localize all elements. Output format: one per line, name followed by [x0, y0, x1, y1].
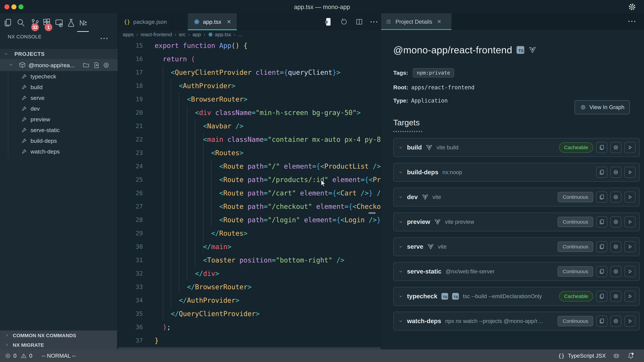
code-line-22[interactable]: 22 <main className="container mx-auto px…	[118, 133, 381, 146]
target-card-serve-static[interactable]: serve-static@nx/web:file-serverContinuou…	[393, 262, 640, 281]
play-button[interactable]	[624, 216, 636, 227]
refresh-icon[interactable]	[340, 18, 348, 26]
sidebar-item-build[interactable]: build	[0, 82, 118, 92]
code-line-31[interactable]: 31 <Toaster position="bottom-right" />	[118, 253, 381, 267]
close-icon[interactable]: ✕	[227, 18, 231, 25]
bell-icon[interactable]	[627, 352, 634, 360]
breadcrumb-item[interactable]: app.tsx	[208, 32, 231, 37]
code-editor[interactable]: 15export function App() {16 return (17 <…	[118, 39, 381, 350]
target-card-watch-deps[interactable]: watch-depsnpx nx watch --projects @mono-…	[393, 312, 640, 331]
target-card-build-deps[interactable]: build-depsnx:noop	[393, 163, 640, 182]
play-button[interactable]	[624, 142, 636, 153]
tab-package.json[interactable]: {}package.json	[118, 13, 173, 30]
code-line-27[interactable]: 27 <Route path="/checkout" element={<Che…	[118, 200, 381, 213]
copy-button[interactable]	[596, 266, 607, 277]
code-line-37[interactable]: 37}	[118, 334, 381, 347]
vim-mode-indicator[interactable]: -- NORMAL --	[42, 353, 76, 359]
close-icon[interactable]: ✕	[437, 18, 442, 25]
play-button[interactable]	[624, 241, 636, 252]
search-icon[interactable]	[16, 18, 26, 27]
tab-project-details[interactable]: Project Details ✕	[381, 13, 452, 30]
copy-button[interactable]	[596, 241, 607, 252]
target-icon[interactable]	[103, 62, 110, 69]
target-card-typecheck[interactable]: typecheckTSTStsc --build --emitDeclarati…	[393, 287, 640, 306]
eye-button[interactable]	[610, 142, 621, 153]
problems-indicator[interactable]: 0 0	[5, 353, 32, 359]
breadcrumb-item[interactable]: ...	[238, 32, 242, 37]
folder-icon[interactable]	[82, 62, 90, 69]
copy-button[interactable]	[596, 291, 607, 302]
gear-icon[interactable]	[628, 3, 636, 11]
code-line-34[interactable]: 34 </AuthProvider>	[118, 294, 381, 307]
eye-button[interactable]	[610, 216, 621, 227]
sidebar-item-preview[interactable]: preview	[0, 114, 118, 125]
code-line-36[interactable]: 36 );	[118, 321, 381, 334]
target-card-build[interactable]: buildvite buildCacheable	[393, 138, 640, 157]
goto-file-icon[interactable]	[92, 62, 100, 69]
projects-section-header[interactable]: PROJECTS	[0, 49, 118, 59]
remote-explorer-icon[interactable]	[54, 18, 64, 27]
code-line-35[interactable]: 35 </QueryClientProvider>	[118, 307, 381, 321]
eye-button[interactable]	[610, 241, 621, 252]
eye-button[interactable]	[610, 266, 621, 277]
breadcrumb-item[interactable]: react-frontend	[140, 32, 172, 37]
language-indicator[interactable]: {} TypeScript JSX	[558, 353, 606, 359]
copy-button[interactable]	[596, 167, 607, 178]
sidebar-item-serve-static[interactable]: serve-static	[0, 125, 118, 135]
copy-button[interactable]	[596, 316, 607, 327]
open-project-details-icon[interactable]	[324, 17, 333, 26]
split-editor-icon[interactable]	[355, 18, 363, 26]
sidebar-more-icon[interactable]	[100, 38, 108, 39]
code-line-29[interactable]: 29 </Routes>	[118, 227, 381, 240]
section-nx-migrate[interactable]: NX MIGRATE	[0, 340, 117, 350]
editor-more-icon[interactable]	[370, 21, 377, 22]
code-line-28[interactable]: 28 <Route path="/login" element={<Login …	[118, 213, 381, 227]
code-line-25[interactable]: 25 <Route path="/products/:id" element={…	[118, 173, 381, 186]
play-button[interactable]	[624, 167, 636, 178]
sidebar-item-serve[interactable]: serve	[0, 92, 118, 103]
copilot-icon[interactable]	[612, 352, 620, 360]
view-in-graph-button[interactable]: View In Graph	[574, 100, 630, 114]
play-button[interactable]	[624, 316, 636, 327]
sidebar-item-build-deps[interactable]: build-deps	[0, 135, 118, 146]
play-button[interactable]	[624, 192, 636, 203]
section-common-nx-commands[interactable]: COMMON NX COMMANDS	[0, 331, 117, 340]
code-line-24[interactable]: 24 <Route path="/" element={<ProductList…	[118, 160, 381, 173]
code-line-26[interactable]: 26 <Route path="/cart" element={<Cart />…	[118, 186, 381, 200]
breadcrumb-item[interactable]: apps	[123, 32, 134, 37]
play-button[interactable]	[624, 291, 636, 302]
code-line-38[interactable]: 38	[118, 347, 381, 350]
sidebar-item-dev[interactable]: dev	[0, 103, 118, 114]
panel-more-icon[interactable]	[628, 21, 635, 22]
target-card-preview[interactable]: previewvite previewContinuous	[393, 213, 640, 231]
sidebar-item-watch-deps[interactable]: watch-deps	[0, 146, 118, 157]
files-icon[interactable]	[3, 18, 12, 27]
copy-button[interactable]	[596, 192, 607, 203]
eye-button[interactable]	[610, 192, 621, 203]
code-line-15[interactable]: 15export function App() {	[118, 39, 381, 52]
code-line-32[interactable]: 32 </div>	[118, 267, 381, 280]
play-button[interactable]	[624, 266, 636, 277]
code-line-18[interactable]: 18 <AuthProvider>	[118, 79, 381, 92]
code-line-21[interactable]: 21 <Navbar />	[118, 119, 381, 133]
code-line-30[interactable]: 30 </main>	[118, 240, 381, 253]
testing-flask-icon[interactable]	[66, 18, 76, 27]
breadcrumb-item[interactable]: app	[192, 32, 201, 37]
code-line-33[interactable]: 33 </BrowserRouter>	[118, 280, 381, 294]
sidebar-item-typecheck[interactable]: typecheck	[0, 71, 118, 82]
tab-app.tsx[interactable]: app.tsx✕	[188, 13, 237, 30]
eye-button[interactable]	[610, 316, 621, 327]
code-line-23[interactable]: 23 <Routes>	[118, 146, 381, 160]
target-card-dev[interactable]: devviteContinuous	[393, 188, 640, 206]
code-line-16[interactable]: 16 return (	[118, 52, 381, 66]
nx-console-icon[interactable]	[78, 18, 88, 27]
eye-button[interactable]	[610, 167, 621, 178]
project-row-selected[interactable]: @mono-app/rea...	[0, 59, 118, 71]
copy-button[interactable]	[596, 142, 607, 153]
target-card-serve[interactable]: serveviteContinuous	[393, 237, 640, 256]
code-line-20[interactable]: 20 <div className="min-h-screen bg-gray-…	[118, 106, 381, 119]
copy-button[interactable]	[596, 216, 607, 227]
code-line-19[interactable]: 19 <BrowserRouter>	[118, 92, 381, 106]
breadcrumb-item[interactable]: src	[179, 32, 186, 37]
code-line-17[interactable]: 17 <QueryClientProvider client={queryCli…	[118, 66, 381, 79]
